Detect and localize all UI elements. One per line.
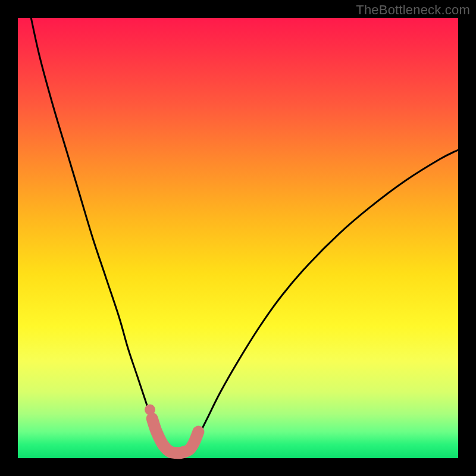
highlight-band (152, 418, 199, 453)
curve-layer (18, 18, 458, 458)
watermark-text: TheBottleneck.com (356, 2, 470, 18)
bottleneck-curve (31, 18, 458, 453)
chart-frame: TheBottleneck.com (0, 0, 476, 476)
plot-area (18, 18, 458, 458)
highlight-dot (145, 405, 155, 415)
